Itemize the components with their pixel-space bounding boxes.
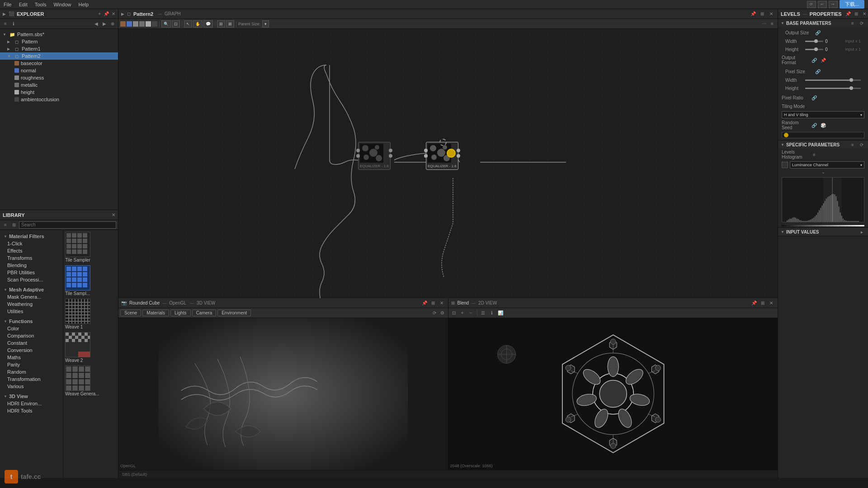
- input-values-chevron[interactable]: ▸: [858, 228, 865, 235]
- lib-cat-constant[interactable]: Constant: [0, 339, 63, 347]
- view-3d-expand-icon[interactable]: ⊞: [429, 300, 437, 307]
- view-3d-camera-rotate[interactable]: ⟳: [431, 310, 438, 317]
- lib-cat-weathering[interactable]: Weathering: [0, 300, 63, 308]
- random-seed-dice[interactable]: 🎲: [820, 122, 827, 129]
- view-2d-pin-icon[interactable]: 📌: [750, 300, 758, 307]
- view-2d-zoom-out[interactable]: −: [467, 310, 475, 317]
- view-2d-expand-icon[interactable]: ⊞: [759, 300, 766, 307]
- graph-expand-icon[interactable]: ⊞: [759, 10, 766, 18]
- view-2d-close-icon[interactable]: ✕: [768, 300, 775, 307]
- lib-item-weave-gen[interactable]: Weave Genera...: [65, 366, 116, 396]
- node-1-input-1[interactable]: [356, 149, 360, 152]
- tab-lights[interactable]: Lights: [170, 310, 191, 316]
- color-swatch-6[interactable]: [152, 21, 157, 27]
- lib-cat-1click[interactable]: 1-Click: [0, 240, 63, 247]
- toolbar-icon-1[interactable]: ⟳: [807, 1, 816, 8]
- explorer-toolbar-btn1[interactable]: ≡: [2, 20, 9, 28]
- graph-fit-btn[interactable]: ⊡: [172, 20, 180, 28]
- view-2d-info[interactable]: ℹ: [488, 310, 495, 317]
- base-params-options[interactable]: ≡: [849, 19, 856, 27]
- histogram-options[interactable]: ≡: [811, 151, 818, 158]
- explorer-item-pattern2[interactable]: ▼ ◻ Pattern2: [0, 52, 118, 60]
- view-2d-zoom-fit[interactable]: ⊡: [450, 310, 458, 317]
- random-seed-input[interactable]: [782, 132, 864, 138]
- lib-cat-various[interactable]: Various: [0, 383, 63, 390]
- lib-item-weave-2[interactable]: Weave 2: [65, 332, 116, 363]
- color-swatch-1[interactable]: [120, 21, 126, 27]
- lib-cat-pbr[interactable]: PBR Utilities: [0, 269, 63, 276]
- explorer-close-icon[interactable]: ✕: [112, 11, 115, 16]
- pixel-height-slider[interactable]: [805, 88, 861, 89]
- lib-cat-random[interactable]: Random: [0, 368, 63, 375]
- menu-help[interactable]: Help: [79, 2, 89, 7]
- parent-size-dropdown[interactable]: ▾: [262, 20, 269, 28]
- explorer-root[interactable]: ▼ 📁 Pattern.sbs*: [0, 31, 118, 38]
- lib-cat-hdri-environ[interactable]: HDRI Environ...: [0, 400, 63, 407]
- node-1-input-2[interactable]: [356, 154, 360, 158]
- explorer-pin-icon[interactable]: 📌: [104, 11, 109, 16]
- graph-comment-btn[interactable]: 💬: [203, 20, 213, 28]
- lib-cat-maths[interactable]: Maths: [0, 354, 63, 361]
- download-button[interactable]: 下载...: [840, 0, 864, 9]
- library-grid-icon[interactable]: ⊞: [10, 221, 18, 229]
- input-values-header[interactable]: ▼ INPUT VALUES ▸: [778, 228, 868, 236]
- lib-cat-comparison[interactable]: Comparison: [0, 332, 63, 339]
- histogram-display[interactable]: [782, 177, 864, 222]
- output-format-pin[interactable]: 📌: [820, 56, 827, 64]
- props-expand-icon[interactable]: ⊞: [853, 10, 860, 18]
- lib-item-tile-sampler-1[interactable]: Tile Sampler: [65, 232, 116, 263]
- library-list-icon[interactable]: ≡: [2, 221, 9, 229]
- view-2d-channels[interactable]: ☰: [480, 310, 487, 317]
- explorer-toolbar-btn4[interactable]: ▶: [101, 20, 108, 28]
- graph-select-btn[interactable]: ↖: [184, 20, 192, 28]
- lib-cat-hdri-tools[interactable]: HDRI Tools: [0, 407, 63, 414]
- menu-tools[interactable]: Tools: [35, 2, 47, 7]
- lib-item-weave-1[interactable]: Weave 1: [65, 299, 116, 329]
- lib-cat-transforms[interactable]: Transforms: [0, 254, 63, 262]
- explorer-item-ao[interactable]: ambientocclusion: [0, 96, 118, 103]
- node-1-output-2[interactable]: [389, 154, 392, 158]
- tab-scene[interactable]: Scene: [120, 310, 141, 316]
- graph-zoom-btn[interactable]: 🔍: [161, 20, 171, 28]
- lib-cat-parity[interactable]: Parity: [0, 361, 63, 368]
- menu-window[interactable]: Window: [53, 2, 71, 7]
- tiling-mode-dropdown[interactable]: H and V tiling ▾: [782, 111, 864, 118]
- tab-materials[interactable]: Materials: [142, 310, 169, 316]
- pixel-size-link[interactable]: 🔗: [814, 68, 821, 75]
- color-swatch-3[interactable]: [133, 21, 138, 27]
- lib-cat-transformation[interactable]: Transformation: [0, 375, 63, 383]
- pixel-ratio-link[interactable]: 🔗: [811, 94, 818, 101]
- specific-params-options[interactable]: ≡: [849, 141, 856, 148]
- explorer-item-normal[interactable]: normal: [0, 67, 118, 74]
- explorer-item-height[interactable]: height: [0, 89, 118, 96]
- graph-canvas[interactable]: EQUALIZER - 1:8: [118, 29, 778, 298]
- graph-options-btn[interactable]: ≡: [769, 20, 776, 28]
- tab-environment[interactable]: Environment: [217, 310, 251, 316]
- props-pin-icon[interactable]: 📌: [844, 10, 852, 18]
- view-3d-settings[interactable]: ⚙: [439, 310, 446, 317]
- explorer-item-basecolor[interactable]: basecolor: [0, 60, 118, 67]
- color-swatch-2[interactable]: [127, 21, 132, 27]
- pixel-width-slider[interactable]: [805, 80, 861, 81]
- node-2-input-2[interactable]: [424, 154, 428, 158]
- lib-cat-scan[interactable]: Scan Processi...: [0, 276, 63, 283]
- channel-dropdown[interactable]: Luminance Channel ▾: [790, 161, 864, 169]
- specific-params-header[interactable]: ▼ SPECIFIC PARAMETERS ≡ ⟳: [778, 141, 868, 149]
- explorer-item-roughness[interactable]: roughness: [0, 74, 118, 81]
- view-3d-close-icon[interactable]: ✕: [438, 300, 445, 307]
- specific-params-refresh[interactable]: ⟳: [858, 141, 865, 148]
- base-params-refresh[interactable]: ⟳: [858, 19, 865, 27]
- curve-arrow-icon[interactable]: ⌄: [821, 169, 825, 174]
- base-params-header[interactable]: ▼ BASE PARAMETERS ≡ ⟳: [778, 19, 868, 27]
- lib-cat-blending[interactable]: Blending: [0, 262, 63, 269]
- menu-edit[interactable]: Edit: [19, 2, 28, 7]
- lib-cat-conversion[interactable]: Conversion: [0, 347, 63, 354]
- explorer-item-metallic[interactable]: metallic: [0, 81, 118, 89]
- color-swatch-4[interactable]: [139, 21, 145, 27]
- node-2-output-1[interactable]: [457, 149, 460, 152]
- tab-camera[interactable]: Camera: [192, 310, 217, 316]
- color-swatch-5[interactable]: [146, 21, 151, 27]
- toolbar-icon-2[interactable]: ↩: [818, 1, 827, 8]
- explorer-toolbar-btn3[interactable]: ◀: [93, 20, 100, 28]
- explorer-item-pattern1[interactable]: ▶ ◻ Pattern1: [0, 45, 118, 52]
